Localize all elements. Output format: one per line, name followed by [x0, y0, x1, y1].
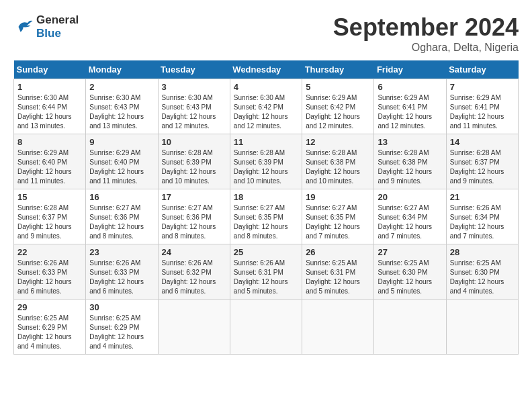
- day-info: Sunrise: 6:25 AM Sunset: 6:30 PM Dayligh…: [378, 259, 442, 296]
- calendar-cell: [302, 300, 374, 355]
- day-info: Sunrise: 6:29 AM Sunset: 6:41 PM Dayligh…: [450, 93, 515, 131]
- day-info: Sunrise: 6:28 AM Sunset: 6:39 PM Dayligh…: [234, 148, 298, 186]
- day-info: Sunrise: 6:26 AM Sunset: 6:31 PM Dayligh…: [234, 259, 298, 296]
- day-info: Sunrise: 6:27 AM Sunset: 6:35 PM Dayligh…: [306, 203, 370, 241]
- calendar-cell: 13Sunrise: 6:28 AM Sunset: 6:38 PM Dayli…: [374, 134, 446, 189]
- calendar-cell: 1Sunrise: 6:30 AM Sunset: 6:44 PM Daylig…: [14, 79, 86, 134]
- week-row-4: 22Sunrise: 6:26 AM Sunset: 6:33 PM Dayli…: [14, 244, 519, 300]
- day-number: 19: [306, 192, 370, 202]
- calendar-cell: 6Sunrise: 6:29 AM Sunset: 6:41 PM Daylig…: [374, 79, 446, 134]
- day-header-sunday: Sunday: [14, 60, 86, 79]
- day-number: 7: [450, 82, 515, 92]
- day-number: 17: [162, 192, 226, 202]
- week-row-1: 1Sunrise: 6:30 AM Sunset: 6:44 PM Daylig…: [14, 79, 519, 134]
- day-info: Sunrise: 6:25 AM Sunset: 6:29 PM Dayligh…: [17, 314, 82, 351]
- day-info: Sunrise: 6:28 AM Sunset: 6:38 PM Dayligh…: [378, 148, 442, 186]
- calendar-cell: 24Sunrise: 6:26 AM Sunset: 6:32 PM Dayli…: [158, 244, 230, 300]
- calendar-cell: 19Sunrise: 6:27 AM Sunset: 6:35 PM Dayli…: [302, 189, 374, 244]
- day-info: Sunrise: 6:26 AM Sunset: 6:33 PM Dayligh…: [17, 259, 82, 296]
- calendar-cell: 29Sunrise: 6:25 AM Sunset: 6:29 PM Dayli…: [14, 300, 86, 355]
- day-info: Sunrise: 6:28 AM Sunset: 6:37 PM Dayligh…: [17, 203, 82, 241]
- day-number: 16: [89, 192, 154, 202]
- logo-text: General Blue: [36, 13, 79, 41]
- day-header-friday: Friday: [374, 60, 446, 79]
- day-info: Sunrise: 6:29 AM Sunset: 6:42 PM Dayligh…: [306, 93, 370, 131]
- calendar-cell: 14Sunrise: 6:28 AM Sunset: 6:37 PM Dayli…: [446, 134, 518, 189]
- day-info: Sunrise: 6:27 AM Sunset: 6:36 PM Dayligh…: [89, 203, 154, 241]
- title-block: September 2024 Oghara, Delta, Nigeria: [333, 13, 519, 54]
- calendar-cell: 11Sunrise: 6:28 AM Sunset: 6:39 PM Dayli…: [230, 134, 302, 189]
- calendar-cell: 18Sunrise: 6:27 AM Sunset: 6:35 PM Dayli…: [230, 189, 302, 244]
- calendar-cell: [374, 300, 446, 355]
- calendar-cell: 8Sunrise: 6:29 AM Sunset: 6:40 PM Daylig…: [14, 134, 86, 189]
- calendar-cell: 30Sunrise: 6:25 AM Sunset: 6:29 PM Dayli…: [86, 300, 158, 355]
- location-subtitle: Oghara, Delta, Nigeria: [333, 42, 519, 54]
- day-number: 5: [306, 82, 370, 92]
- calendar-cell: 22Sunrise: 6:26 AM Sunset: 6:33 PM Dayli…: [14, 244, 86, 300]
- day-number: 23: [89, 247, 154, 257]
- calendar-cell: 15Sunrise: 6:28 AM Sunset: 6:37 PM Dayli…: [14, 189, 86, 244]
- calendar-cell: 21Sunrise: 6:26 AM Sunset: 6:34 PM Dayli…: [446, 189, 518, 244]
- week-row-5: 29Sunrise: 6:25 AM Sunset: 6:29 PM Dayli…: [14, 300, 519, 355]
- day-header-saturday: Saturday: [446, 60, 518, 79]
- day-header-tuesday: Tuesday: [158, 60, 230, 79]
- day-number: 6: [378, 82, 442, 92]
- calendar-cell: 2Sunrise: 6:30 AM Sunset: 6:43 PM Daylig…: [86, 79, 158, 134]
- day-number: 24: [162, 247, 226, 257]
- day-number: 1: [17, 82, 82, 92]
- day-number: 11: [234, 137, 298, 147]
- day-info: Sunrise: 6:26 AM Sunset: 6:34 PM Dayligh…: [450, 203, 515, 241]
- day-number: 8: [17, 137, 82, 147]
- day-number: 20: [378, 192, 442, 202]
- page-header: General Blue September 2024 Oghara, Delt…: [13, 13, 519, 54]
- logo: General Blue: [13, 13, 79, 41]
- calendar-cell: 10Sunrise: 6:28 AM Sunset: 6:39 PM Dayli…: [158, 134, 230, 189]
- day-number: 14: [450, 137, 515, 147]
- logo-icon: [13, 17, 34, 37]
- calendar-cell: 17Sunrise: 6:27 AM Sunset: 6:36 PM Dayli…: [158, 189, 230, 244]
- week-row-3: 15Sunrise: 6:28 AM Sunset: 6:37 PM Dayli…: [14, 189, 519, 244]
- calendar-cell: 4Sunrise: 6:30 AM Sunset: 6:42 PM Daylig…: [230, 79, 302, 134]
- calendar-cell: 26Sunrise: 6:25 AM Sunset: 6:31 PM Dayli…: [302, 244, 374, 300]
- calendar-cell: 12Sunrise: 6:28 AM Sunset: 6:38 PM Dayli…: [302, 134, 374, 189]
- calendar-table: SundayMondayTuesdayWednesdayThursdayFrid…: [13, 60, 519, 355]
- day-header-wednesday: Wednesday: [230, 60, 302, 79]
- day-number: 28: [450, 247, 515, 257]
- calendar-cell: [446, 300, 518, 355]
- day-header-monday: Monday: [86, 60, 158, 79]
- calendar-cell: 20Sunrise: 6:27 AM Sunset: 6:34 PM Dayli…: [374, 189, 446, 244]
- day-info: Sunrise: 6:29 AM Sunset: 6:41 PM Dayligh…: [378, 93, 442, 131]
- day-info: Sunrise: 6:30 AM Sunset: 6:43 PM Dayligh…: [162, 93, 226, 131]
- calendar-cell: 5Sunrise: 6:29 AM Sunset: 6:42 PM Daylig…: [302, 79, 374, 134]
- day-info: Sunrise: 6:27 AM Sunset: 6:35 PM Dayligh…: [234, 203, 298, 241]
- calendar-cell: 16Sunrise: 6:27 AM Sunset: 6:36 PM Dayli…: [86, 189, 158, 244]
- day-info: Sunrise: 6:30 AM Sunset: 6:44 PM Dayligh…: [17, 93, 82, 131]
- day-info: Sunrise: 6:30 AM Sunset: 6:42 PM Dayligh…: [234, 93, 298, 131]
- day-number: 22: [17, 247, 82, 257]
- day-number: 13: [378, 137, 442, 147]
- day-info: Sunrise: 6:27 AM Sunset: 6:34 PM Dayligh…: [378, 203, 442, 241]
- day-number: 3: [162, 82, 226, 92]
- day-number: 27: [378, 247, 442, 257]
- day-number: 9: [89, 137, 154, 147]
- day-info: Sunrise: 6:28 AM Sunset: 6:37 PM Dayligh…: [450, 148, 515, 186]
- day-info: Sunrise: 6:29 AM Sunset: 6:40 PM Dayligh…: [17, 148, 82, 186]
- day-header-thursday: Thursday: [302, 60, 374, 79]
- day-number: 12: [306, 137, 370, 147]
- month-title: September 2024: [333, 13, 519, 42]
- calendar-cell: 28Sunrise: 6:25 AM Sunset: 6:30 PM Dayli…: [446, 244, 518, 300]
- day-info: Sunrise: 6:28 AM Sunset: 6:38 PM Dayligh…: [306, 148, 370, 186]
- day-info: Sunrise: 6:26 AM Sunset: 6:33 PM Dayligh…: [89, 259, 154, 296]
- day-number: 10: [162, 137, 226, 147]
- day-info: Sunrise: 6:25 AM Sunset: 6:29 PM Dayligh…: [89, 314, 154, 351]
- day-number: 26: [306, 247, 370, 257]
- day-number: 21: [450, 192, 515, 202]
- day-number: 4: [234, 82, 298, 92]
- day-number: 29: [17, 302, 82, 312]
- calendar-cell: 9Sunrise: 6:29 AM Sunset: 6:40 PM Daylig…: [86, 134, 158, 189]
- week-row-2: 8Sunrise: 6:29 AM Sunset: 6:40 PM Daylig…: [14, 134, 519, 189]
- day-info: Sunrise: 6:28 AM Sunset: 6:39 PM Dayligh…: [162, 148, 226, 186]
- day-number: 2: [89, 82, 154, 92]
- day-info: Sunrise: 6:26 AM Sunset: 6:32 PM Dayligh…: [162, 259, 226, 296]
- day-number: 15: [17, 192, 82, 202]
